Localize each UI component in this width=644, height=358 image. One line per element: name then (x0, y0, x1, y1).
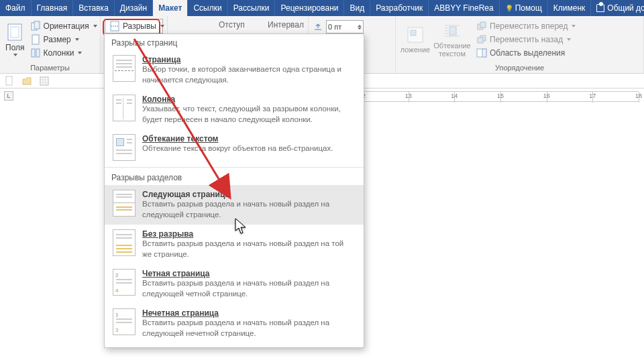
open-icon[interactable] (21, 76, 32, 86)
break-even-page-desc: Вставить разрыв раздела и начать новый р… (142, 278, 350, 299)
orientation-button[interactable]: Ориентация (28, 20, 100, 32)
chevron-down-icon (75, 38, 79, 41)
tab-insert[interactable]: Вставка (73, 0, 115, 16)
break-odd-page-item[interactable]: 1 3 Нечетная страница Вставить разрыв ра… (105, 304, 364, 343)
tab-file[interactable]: Файл (0, 0, 32, 16)
break-even-page-item[interactable]: 2 4 Четная страница Вставить разрыв разд… (105, 264, 364, 304)
tab-mailings[interactable]: Рассылки (228, 0, 276, 16)
chevron-down-icon (78, 52, 82, 54)
share-button[interactable]: Общий доступ (591, 0, 644, 16)
position-label: ложение (400, 46, 430, 54)
new-doc-icon[interactable] (4, 76, 15, 86)
orientation-label: Ориентация (44, 21, 89, 31)
columns-button[interactable]: Колонки (28, 47, 100, 59)
svg-rect-13 (480, 22, 486, 27)
svg-rect-6 (36, 49, 40, 57)
selection-pane-label: Область выделения (490, 48, 565, 58)
break-continuous-item[interactable]: Без разрыва Вставить разрыв раздела и на… (105, 225, 364, 264)
break-textwrap-item[interactable]: Обтекание текстом Обтекание текста вокру… (105, 129, 364, 166)
tab-abbyy[interactable]: ABBYY FineRea (429, 0, 500, 16)
chevron-down-icon (567, 38, 571, 41)
tab-selector[interactable]: L (4, 91, 13, 101)
page-size-icon (30, 34, 41, 45)
send-backward-label: Переместить назад (490, 35, 563, 44)
group-arrange-label: Упорядочение (400, 64, 639, 72)
spacing-before-value: 0 пт (328, 23, 341, 31)
break-page-desc: Выбор точки, в которой заканчивается одн… (142, 64, 350, 85)
svg-rect-3 (34, 21, 40, 29)
tab-review[interactable]: Рецензировани (275, 0, 344, 16)
wrap-text-icon (443, 21, 462, 40)
page-break-thumb-icon (113, 55, 136, 82)
even-page-thumb-icon: 2 4 (113, 269, 136, 296)
breaks-dropdown-panel: Разрывы страниц Страница Выбор точки, в … (104, 34, 364, 348)
chevron-down-icon (160, 25, 164, 27)
position-button[interactable]: ложение (400, 19, 431, 59)
send-backward-icon (476, 34, 487, 45)
spacing-before-input[interactable]: 0 пт (326, 20, 364, 34)
svg-rect-10 (411, 30, 416, 36)
account-user[interactable]: Клименк (548, 0, 592, 16)
chevron-down-icon (13, 54, 17, 56)
bring-forward-button[interactable]: Переместить вперед (474, 20, 578, 32)
svg-rect-15 (478, 38, 483, 43)
tab-view[interactable]: Вид (344, 0, 370, 16)
tab-layout[interactable]: Макет (153, 0, 188, 16)
table-icon[interactable] (39, 76, 50, 86)
svg-rect-11 (449, 27, 456, 35)
columns-label: Колонки (44, 48, 74, 58)
position-icon (406, 25, 425, 44)
orientation-icon (30, 21, 41, 32)
svg-rect-4 (32, 35, 39, 44)
next-page-thumb-icon (113, 190, 136, 217)
chevron-down-icon (93, 25, 97, 27)
spacing-before-icon (313, 21, 323, 32)
share-icon (596, 4, 604, 12)
size-button[interactable]: Размер (28, 34, 100, 46)
breaks-label: Разрывы (123, 21, 156, 31)
break-even-page-title: Четная страница (142, 269, 350, 278)
break-next-page-desc: Вставить разрыв раздела и начать новый р… (142, 199, 350, 220)
send-backward-button[interactable]: Переместить назад (474, 34, 578, 46)
breaks-button[interactable]: Разрывы (105, 19, 163, 34)
size-label: Размер (44, 35, 71, 44)
selection-pane-icon (476, 48, 487, 58)
break-page-title: Страница (142, 55, 350, 64)
break-odd-page-title: Нечетная страница (142, 308, 350, 318)
break-next-page-title: Следующая страница (142, 190, 350, 199)
break-next-page-item[interactable]: Следующая страница Вставить разрыв разде… (105, 185, 364, 225)
svg-rect-17 (482, 49, 486, 57)
bring-forward-icon (476, 21, 487, 32)
break-textwrap-title: Обтекание текстом (142, 134, 333, 143)
odd-page-thumb-icon: 1 3 (113, 308, 136, 335)
break-continuous-title: Без разрыва (142, 229, 350, 239)
column-break-thumb-icon (113, 95, 136, 121)
break-column-item[interactable]: Колонка Указывает, что текст, следующий … (105, 90, 364, 129)
tab-home[interactable]: Главная (32, 0, 74, 16)
bring-forward-label: Переместить вперед (490, 21, 568, 31)
selection-pane-button[interactable]: Область выделения (474, 47, 578, 59)
columns-icon (30, 48, 41, 58)
group-page-setup-label: Параметры (4, 64, 96, 72)
break-page-item[interactable]: Страница Выбор точки, в которой заканчив… (105, 50, 364, 90)
continuous-thumb-icon (113, 229, 136, 256)
breaks-section-pages: Разрывы страниц (105, 34, 364, 50)
break-odd-page-desc: Вставить разрыв раздела и начать новый р… (142, 318, 350, 339)
share-label: Общий доступ (607, 3, 644, 13)
tab-design[interactable]: Дизайн (115, 0, 153, 16)
ribbon-tabstrip: Файл Главная Вставка Дизайн Макет Ссылки… (0, 0, 644, 16)
horizontal-ruler[interactable]: 12131415161718 (362, 91, 639, 102)
break-continuous-desc: Вставить разрыв раздела и начать новый р… (142, 239, 350, 259)
wrap-text-label: Обтекание текстом (433, 42, 471, 58)
break-textwrap-desc: Обтекание текста вокруг объектов на веб-… (142, 143, 333, 154)
breaks-icon (109, 21, 120, 32)
chevron-down-icon (572, 25, 576, 27)
margins-icon (5, 23, 24, 42)
tab-references[interactable]: Ссылки (188, 0, 227, 16)
margins-label: Поля (5, 43, 25, 52)
tab-help[interactable]: Помощ (500, 0, 548, 16)
margins-button[interactable]: Поля (4, 19, 26, 59)
wrap-text-button[interactable]: Обтекание текстом (432, 19, 472, 59)
tab-developer[interactable]: Разработчик (370, 0, 429, 16)
breaks-section-sections: Разрывы разделов (105, 169, 364, 185)
